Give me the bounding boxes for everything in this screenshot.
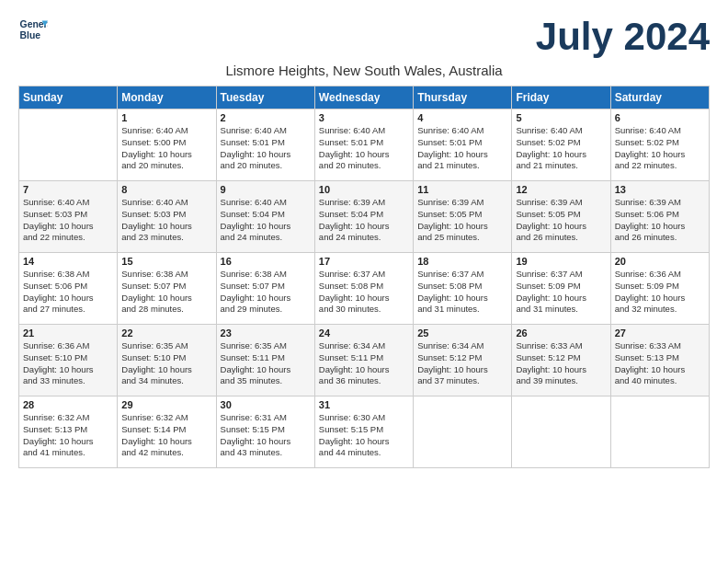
day-info: Sunrise: 6:37 AM Sunset: 5:08 PM Dayligh… [417, 269, 507, 316]
column-header-thursday: Thursday [414, 86, 512, 109]
day-number: 11 [417, 184, 507, 195]
day-number: 17 [319, 256, 409, 267]
day-number: 12 [516, 184, 606, 195]
day-number: 1 [121, 112, 211, 123]
calendar-cell [414, 396, 512, 468]
calendar-cell: 1Sunrise: 6:40 AM Sunset: 5:00 PM Daylig… [118, 109, 216, 181]
day-info: Sunrise: 6:35 AM Sunset: 5:11 PM Dayligh… [221, 340, 311, 387]
day-info: Sunrise: 6:40 AM Sunset: 5:04 PM Dayligh… [221, 197, 311, 244]
day-number: 24 [319, 327, 409, 339]
day-info: Sunrise: 6:40 AM Sunset: 5:02 PM Dayligh… [516, 125, 606, 172]
day-info: Sunrise: 6:35 AM Sunset: 5:10 PM Dayligh… [121, 340, 211, 387]
calendar-header-row: SundayMondayTuesdayWednesdayThursdayFrid… [19, 86, 710, 109]
day-number: 16 [221, 256, 311, 267]
day-info: Sunrise: 6:40 AM Sunset: 5:02 PM Dayligh… [615, 125, 705, 172]
day-info: Sunrise: 6:32 AM Sunset: 5:14 PM Dayligh… [121, 412, 211, 459]
day-info: Sunrise: 6:39 AM Sunset: 5:05 PM Dayligh… [516, 197, 606, 244]
calendar-week-row: 7Sunrise: 6:40 AM Sunset: 5:03 PM Daylig… [19, 181, 710, 253]
column-header-wednesday: Wednesday [314, 86, 413, 109]
header: General Blue July 2024 [18, 15, 710, 59]
day-info: Sunrise: 6:37 AM Sunset: 5:08 PM Dayligh… [319, 269, 409, 316]
calendar-cell: 19Sunrise: 6:37 AM Sunset: 5:09 PM Dayli… [512, 253, 610, 325]
calendar-cell: 14Sunrise: 6:38 AM Sunset: 5:06 PM Dayli… [19, 253, 118, 325]
day-info: Sunrise: 6:33 AM Sunset: 5:13 PM Dayligh… [615, 340, 705, 387]
calendar-cell: 31Sunrise: 6:30 AM Sunset: 5:15 PM Dayli… [314, 396, 413, 468]
day-info: Sunrise: 6:37 AM Sunset: 5:09 PM Dayligh… [516, 269, 606, 316]
day-number: 25 [417, 327, 507, 339]
day-info: Sunrise: 6:39 AM Sunset: 5:05 PM Dayligh… [417, 197, 507, 244]
column-header-sunday: Sunday [19, 86, 118, 109]
day-number: 15 [121, 256, 211, 267]
day-info: Sunrise: 6:38 AM Sunset: 5:07 PM Dayligh… [121, 269, 211, 316]
calendar-cell: 13Sunrise: 6:39 AM Sunset: 5:06 PM Dayli… [610, 181, 709, 253]
calendar-body: 1Sunrise: 6:40 AM Sunset: 5:00 PM Daylig… [19, 109, 710, 468]
day-number: 14 [23, 256, 113, 267]
day-info: Sunrise: 6:32 AM Sunset: 5:13 PM Dayligh… [23, 412, 113, 459]
calendar-cell: 17Sunrise: 6:37 AM Sunset: 5:08 PM Dayli… [314, 253, 413, 325]
day-info: Sunrise: 6:40 AM Sunset: 5:01 PM Dayligh… [417, 125, 507, 172]
calendar-cell: 20Sunrise: 6:36 AM Sunset: 5:09 PM Dayli… [610, 253, 709, 325]
day-number: 9 [221, 184, 311, 195]
day-info: Sunrise: 6:36 AM Sunset: 5:10 PM Dayligh… [23, 340, 113, 387]
day-number: 27 [615, 327, 705, 339]
calendar-cell: 5Sunrise: 6:40 AM Sunset: 5:02 PM Daylig… [512, 109, 610, 181]
day-number: 29 [121, 399, 211, 410]
logo-icon: General Blue [18, 15, 48, 44]
day-number: 22 [121, 327, 211, 339]
day-number: 28 [23, 399, 113, 410]
day-number: 5 [516, 112, 606, 123]
day-info: Sunrise: 6:38 AM Sunset: 5:06 PM Dayligh… [23, 269, 113, 316]
calendar-cell: 16Sunrise: 6:38 AM Sunset: 5:07 PM Dayli… [216, 253, 314, 325]
day-number: 13 [615, 184, 705, 195]
calendar-cell: 8Sunrise: 6:40 AM Sunset: 5:03 PM Daylig… [118, 181, 216, 253]
subtitle: Lismore Heights, New South Wales, Austra… [18, 63, 710, 78]
calendar-cell: 24Sunrise: 6:34 AM Sunset: 5:11 PM Dayli… [314, 325, 413, 396]
calendar-cell: 18Sunrise: 6:37 AM Sunset: 5:08 PM Dayli… [414, 253, 512, 325]
day-info: Sunrise: 6:38 AM Sunset: 5:07 PM Dayligh… [221, 269, 311, 316]
calendar-cell: 6Sunrise: 6:40 AM Sunset: 5:02 PM Daylig… [610, 109, 709, 181]
calendar-cell [19, 109, 118, 181]
calendar-table: SundayMondayTuesdayWednesdayThursdayFrid… [18, 86, 710, 468]
day-number: 20 [615, 256, 705, 267]
calendar-cell: 9Sunrise: 6:40 AM Sunset: 5:04 PM Daylig… [216, 181, 314, 253]
column-header-tuesday: Tuesday [216, 86, 314, 109]
calendar-week-row: 14Sunrise: 6:38 AM Sunset: 5:06 PM Dayli… [19, 253, 710, 325]
month-title: July 2024 [536, 15, 710, 59]
calendar-cell: 3Sunrise: 6:40 AM Sunset: 5:01 PM Daylig… [314, 109, 413, 181]
calendar-cell: 15Sunrise: 6:38 AM Sunset: 5:07 PM Dayli… [118, 253, 216, 325]
calendar-cell: 2Sunrise: 6:40 AM Sunset: 5:01 PM Daylig… [216, 109, 314, 181]
calendar-cell: 4Sunrise: 6:40 AM Sunset: 5:01 PM Daylig… [414, 109, 512, 181]
day-number: 30 [221, 399, 311, 410]
svg-text:Blue: Blue [20, 30, 41, 40]
day-info: Sunrise: 6:34 AM Sunset: 5:12 PM Dayligh… [417, 340, 507, 387]
day-number: 18 [417, 256, 507, 267]
day-number: 26 [516, 327, 606, 339]
day-info: Sunrise: 6:30 AM Sunset: 5:15 PM Dayligh… [319, 412, 409, 459]
calendar-cell: 30Sunrise: 6:31 AM Sunset: 5:15 PM Dayli… [216, 396, 314, 468]
day-info: Sunrise: 6:40 AM Sunset: 5:00 PM Dayligh… [121, 125, 211, 172]
day-number: 6 [615, 112, 705, 123]
calendar-cell: 11Sunrise: 6:39 AM Sunset: 5:05 PM Dayli… [414, 181, 512, 253]
day-number: 7 [23, 184, 113, 195]
calendar-week-row: 28Sunrise: 6:32 AM Sunset: 5:13 PM Dayli… [19, 396, 710, 468]
calendar-cell [610, 396, 709, 468]
calendar-cell: 25Sunrise: 6:34 AM Sunset: 5:12 PM Dayli… [414, 325, 512, 396]
column-header-monday: Monday [118, 86, 216, 109]
logo: General Blue [18, 15, 48, 44]
calendar-cell: 22Sunrise: 6:35 AM Sunset: 5:10 PM Dayli… [118, 325, 216, 396]
calendar-week-row: 21Sunrise: 6:36 AM Sunset: 5:10 PM Dayli… [19, 325, 710, 396]
day-info: Sunrise: 6:39 AM Sunset: 5:06 PM Dayligh… [615, 197, 705, 244]
column-header-friday: Friday [512, 86, 610, 109]
day-info: Sunrise: 6:40 AM Sunset: 5:01 PM Dayligh… [221, 125, 311, 172]
day-number: 8 [121, 184, 211, 195]
calendar-cell [512, 396, 610, 468]
calendar-cell: 7Sunrise: 6:40 AM Sunset: 5:03 PM Daylig… [19, 181, 118, 253]
day-number: 21 [23, 327, 113, 339]
day-number: 31 [319, 399, 409, 410]
day-info: Sunrise: 6:36 AM Sunset: 5:09 PM Dayligh… [615, 269, 705, 316]
day-info: Sunrise: 6:40 AM Sunset: 5:03 PM Dayligh… [121, 197, 211, 244]
calendar-cell: 28Sunrise: 6:32 AM Sunset: 5:13 PM Dayli… [19, 396, 118, 468]
calendar-cell: 29Sunrise: 6:32 AM Sunset: 5:14 PM Dayli… [118, 396, 216, 468]
day-info: Sunrise: 6:31 AM Sunset: 5:15 PM Dayligh… [221, 412, 311, 459]
day-info: Sunrise: 6:33 AM Sunset: 5:12 PM Dayligh… [516, 340, 606, 387]
